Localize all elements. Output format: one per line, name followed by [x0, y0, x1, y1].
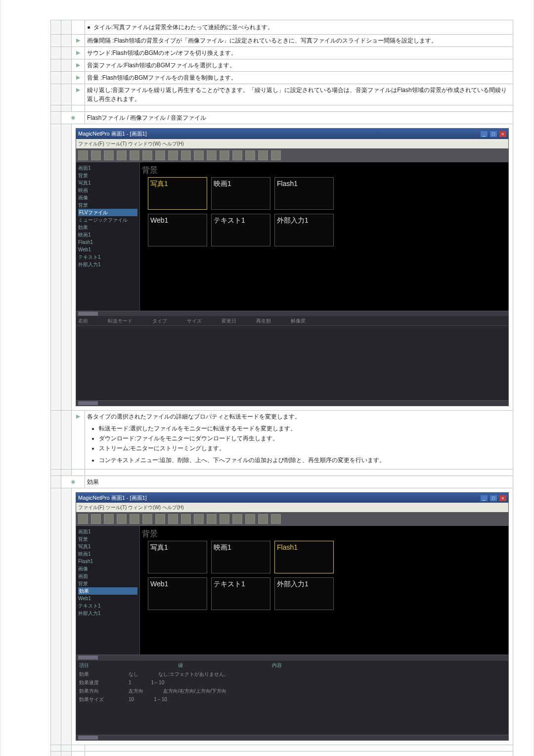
- sidebar-tree[interactable]: 画面1 背景 写真1 映画 画像 背景 FLVファイル ミュージックファイル 効…: [76, 162, 140, 311]
- tool-icon[interactable]: [194, 514, 204, 524]
- tile-flash1[interactable]: Flash1: [274, 177, 334, 210]
- tool-icon[interactable]: [232, 514, 242, 524]
- sidebar-tree[interactable]: 画面1 背景 写真1 映画1 Flash1 画像 画面 背景 効果 Web1 テ: [76, 526, 140, 655]
- sidebar-item[interactable]: 外部入力1: [78, 261, 137, 268]
- tile-ext1[interactable]: 外部入力1: [274, 214, 334, 246]
- sidebar-item[interactable]: 写真1: [78, 543, 137, 550]
- tool-icon[interactable]: [155, 514, 165, 524]
- tool-icon[interactable]: [245, 514, 255, 524]
- sidebar-item[interactable]: テキスト1: [78, 602, 137, 610]
- sidebar-item[interactable]: 背景: [78, 201, 137, 209]
- sidebar-item-selected[interactable]: FLVファイル: [78, 209, 137, 216]
- tool-icon[interactable]: [130, 514, 139, 524]
- tool-icon[interactable]: [78, 150, 88, 160]
- sidebar-item[interactable]: Flash1: [78, 238, 137, 246]
- tool-icon[interactable]: [271, 514, 281, 524]
- tool-icon[interactable]: [232, 150, 242, 160]
- file-list[interactable]: [76, 326, 508, 400]
- tool-icon[interactable]: [207, 150, 217, 160]
- minimize-icon[interactable]: _: [481, 495, 488, 501]
- tool-icon[interactable]: [168, 514, 178, 524]
- tool-icon[interactable]: [258, 150, 268, 160]
- bullet-item: ストリーム:モニターにストリーミングします。: [99, 444, 511, 453]
- tile-text1[interactable]: テキスト1: [211, 577, 270, 610]
- file-list-header: 名前 転送モード タイプ サイズ 変更日 再生順 解像度: [76, 316, 508, 326]
- maximize-icon[interactable]: □: [490, 495, 497, 501]
- sidebar-item[interactable]: 映画1: [78, 231, 137, 238]
- sidebar-item[interactable]: ミュージックファイル: [78, 216, 137, 224]
- tile-photo1[interactable]: 写真1: [148, 541, 207, 573]
- menubar[interactable]: ファイル(F) ツール(T) ウィンドウ(W) ヘルプ(H): [76, 503, 508, 512]
- sidebar-item[interactable]: Web1: [78, 246, 137, 253]
- property-panel: 項目 値 内容 効果 なし なし:エフェクトがありません。 効果速度: [76, 660, 508, 735]
- close-icon[interactable]: ×: [499, 495, 506, 501]
- sidebar-item[interactable]: 背景: [78, 172, 137, 179]
- disc-icon: ●: [87, 23, 90, 32]
- sidebar-item[interactable]: Flash1: [78, 558, 137, 565]
- tool-icon[interactable]: [245, 150, 255, 160]
- sidebar-item[interactable]: 画面1: [78, 164, 137, 172]
- window-title: MagicNetPro 画面1 - [画面1]: [78, 130, 147, 138]
- tile-text1[interactable]: テキスト1: [211, 214, 270, 246]
- tool-icon[interactable]: [142, 514, 152, 524]
- sidebar-item[interactable]: 背景: [78, 580, 137, 587]
- canvas-scrollbar[interactable]: [76, 655, 508, 660]
- panel-row: 効果サイズ 10 1～10: [76, 695, 508, 704]
- sidebar-item[interactable]: 画面1: [78, 528, 137, 535]
- tile-movie1[interactable]: 映画1: [211, 177, 270, 210]
- options-table: ● タイル:写真ファイルは背景全体にわたって連続的に並べられます。 ▶ 画像間隔…: [50, 20, 513, 756]
- tool-icon[interactable]: [168, 150, 178, 160]
- menubar[interactable]: ファイル(F) ツール(T) ウィンドウ(W) ヘルプ(H): [76, 139, 508, 148]
- tile-flash1[interactable]: Flash1: [274, 541, 334, 573]
- sidebar-item[interactable]: 効果: [78, 224, 137, 231]
- tool-icon[interactable]: [220, 514, 229, 524]
- canvas-area: 背景 写真1 映画1 Flash1 Web1 テキスト1 外部入力1: [140, 526, 508, 655]
- tile-ext1[interactable]: 外部入力1: [274, 577, 334, 610]
- tile-web1[interactable]: Web1: [148, 214, 207, 246]
- tool-icon[interactable]: [194, 150, 204, 160]
- canvas-scrollbar[interactable]: [76, 311, 508, 316]
- tool-icon[interactable]: [220, 150, 229, 160]
- tool-icon[interactable]: [91, 150, 101, 160]
- tool-icon[interactable]: [142, 150, 152, 160]
- tool-icon[interactable]: [258, 514, 268, 524]
- tool-icon[interactable]: [181, 514, 191, 524]
- sidebar-item[interactable]: Web1: [78, 595, 137, 602]
- window-buttons: _ □ ×: [480, 494, 506, 502]
- tool-icon[interactable]: [78, 514, 88, 524]
- sidebar-item[interactable]: 背景: [78, 535, 137, 543]
- tool-icon[interactable]: [104, 150, 114, 160]
- sidebar-item-selected[interactable]: 効果: [78, 587, 137, 595]
- sidebar-item[interactable]: 写真1: [78, 179, 137, 187]
- sidebar-item[interactable]: 映画: [78, 187, 137, 194]
- tile-movie1[interactable]: 映画1: [211, 541, 270, 573]
- tool-icon[interactable]: [91, 514, 101, 524]
- titlebar: MagicNetPro 画面1 - [画面1] _ □ ×: [76, 129, 508, 139]
- tool-icon[interactable]: [207, 514, 217, 524]
- tool-icon[interactable]: [155, 150, 165, 160]
- close-icon[interactable]: ×: [499, 131, 506, 137]
- panel-scrollbar[interactable]: [76, 400, 508, 406]
- tool-icon[interactable]: [104, 514, 114, 524]
- col-order: 再生順: [256, 317, 271, 325]
- tool-icon[interactable]: [181, 150, 191, 160]
- sidebar-item[interactable]: テキスト1: [78, 253, 137, 261]
- window-title: MagicNetPro 画面1 - [画面1]: [78, 494, 147, 502]
- tile-photo1[interactable]: 写真1: [148, 177, 207, 210]
- sidebar-item[interactable]: 画像: [78, 565, 137, 572]
- tile-web1[interactable]: Web1: [148, 577, 207, 610]
- tool-icon[interactable]: [117, 514, 127, 524]
- maximize-icon[interactable]: □: [490, 131, 497, 137]
- sidebar-item[interactable]: 外部入力1: [78, 610, 137, 617]
- panel-scrollbar[interactable]: [76, 735, 508, 740]
- canvas-area: 背景 写真1 映画1 Flash1 Web1 テキスト1 外部入力1: [140, 162, 508, 311]
- tool-icon[interactable]: [130, 150, 139, 160]
- sidebar-item[interactable]: 画像: [78, 194, 137, 201]
- titlebar: MagicNetPro 画面1 - [画面1] _ □ ×: [76, 493, 508, 503]
- sidebar-item[interactable]: 画面: [78, 572, 137, 580]
- sidebar-item[interactable]: 映画1: [78, 550, 137, 558]
- minimize-icon[interactable]: _: [481, 131, 488, 137]
- tool-icon[interactable]: [271, 150, 281, 160]
- panel-row: 効果方向 左方向 左方向/右方向/上方向/下方向: [76, 687, 508, 695]
- tool-icon[interactable]: [117, 150, 127, 160]
